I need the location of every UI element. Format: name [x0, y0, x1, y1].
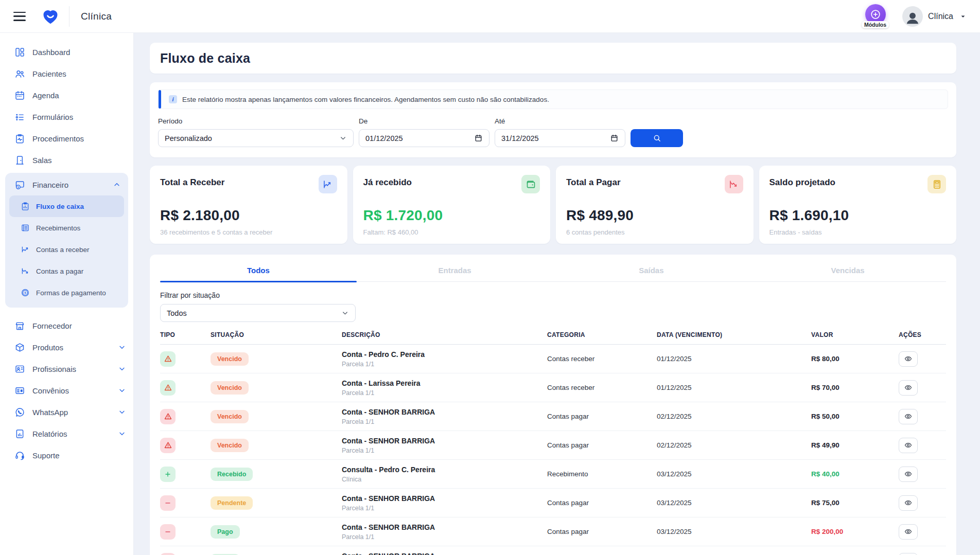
- sidebar-item-whatsapp[interactable]: WhatsApp: [0, 401, 133, 423]
- stat-title: Saldo projetado: [769, 175, 835, 188]
- calendar-icon: [14, 90, 25, 101]
- insurance-card-icon: [14, 385, 25, 396]
- dollar-coin-icon: $: [21, 288, 30, 297]
- sidebar-item-label: Formulários: [32, 113, 73, 121]
- type-plus-icon: [160, 467, 176, 482]
- receipts-list-icon: [21, 223, 30, 232]
- transactions-panel: Todos Entradas Saídas Vencidas Filtrar p…: [150, 255, 956, 555]
- row-subtitle: Parcela 1/1: [342, 533, 547, 541]
- situacao-select[interactable]: Todos: [160, 304, 356, 322]
- sidebar-item-contas-a-pagar[interactable]: Contas a pagar: [9, 260, 124, 282]
- sidebar-item-label: Salas: [32, 156, 52, 165]
- chevron-down-icon: [118, 343, 126, 351]
- table-row: Vencido Conta - SENHOR BARRIGAParcela 1/…: [160, 402, 946, 431]
- type-alert-icon: [160, 380, 176, 396]
- sidebar-item-formas-de-pagamento[interactable]: $ Formas de pagamento: [9, 282, 124, 303]
- sidebar-item-fluxo-de-caixa[interactable]: Fluxo de caixa: [9, 195, 124, 217]
- dashboard-icon: [14, 47, 25, 58]
- modules-button[interactable]: Módulos: [862, 4, 889, 28]
- row-subtitle: Parcela 1/1: [342, 447, 547, 454]
- patients-icon: [14, 68, 25, 79]
- sidebar-item-recebimentos[interactable]: Recebimentos: [9, 217, 124, 239]
- ate-date-input[interactable]: 31/12/2025: [495, 129, 625, 147]
- tab-vencidas[interactable]: Vencidas: [749, 262, 946, 281]
- status-badge: Pago: [211, 525, 240, 539]
- sidebar-item-relatorios[interactable]: Relatórios: [0, 423, 133, 444]
- view-button[interactable]: [899, 409, 918, 424]
- sidebar-item-suporte[interactable]: Suporte: [0, 444, 133, 466]
- sidebar-item-pacientes[interactable]: Pacientes: [0, 63, 133, 84]
- chevron-down-icon: [118, 408, 126, 416]
- search-button[interactable]: [631, 129, 683, 147]
- row-subtitle: Clínica: [342, 476, 547, 483]
- view-button[interactable]: [899, 524, 918, 540]
- sidebar-item-produtos[interactable]: Produtos: [0, 336, 133, 358]
- view-button[interactable]: [899, 467, 918, 482]
- sidebar-item-financeiro[interactable]: $ Financeiro: [5, 174, 128, 195]
- sidebar-item-contas-a-receber[interactable]: Contas a receber: [9, 239, 124, 260]
- tab-saidas[interactable]: Saídas: [553, 262, 750, 281]
- sidebar-item-dashboard[interactable]: Dashboard: [0, 41, 133, 63]
- calendar-icon: [474, 134, 483, 142]
- row-value: R$ 70,00: [811, 384, 899, 391]
- view-button[interactable]: [899, 351, 918, 367]
- row-date: 01/12/2025: [657, 355, 811, 363]
- sidebar-item-salas[interactable]: Salas: [0, 149, 133, 171]
- modules-label: Módulos: [862, 21, 889, 28]
- sidebar-item-formularios[interactable]: Formulários: [0, 106, 133, 128]
- header-divider: [69, 6, 69, 27]
- situacao-value: Todos: [167, 309, 341, 317]
- periodo-select[interactable]: Personalizado: [158, 129, 354, 147]
- stat-value: R$ 489,90: [566, 207, 743, 224]
- view-button[interactable]: [899, 495, 918, 511]
- de-value: 01/12/2025: [365, 134, 474, 142]
- type-alert-icon: [160, 351, 176, 367]
- menu-icon[interactable]: [13, 12, 26, 21]
- chevron-down-icon: [339, 134, 347, 142]
- row-title: Conta - SENHOR BARRIGA: [342, 494, 547, 503]
- stat-value: R$ 1.690,10: [769, 207, 947, 224]
- view-button[interactable]: [899, 380, 918, 396]
- chevron-down-icon: [959, 13, 967, 20]
- row-category: Contas pagar: [547, 413, 657, 420]
- stat-subtitle: Entradas - saídas: [769, 228, 947, 236]
- chevron-down-icon: [118, 365, 126, 373]
- headset-icon: [14, 450, 25, 461]
- id-card-icon: [14, 364, 25, 374]
- sidebar-item-procedimentos[interactable]: Procedimentos: [0, 128, 133, 149]
- status-badge: Vencido: [211, 381, 249, 395]
- sidebar-item-agenda[interactable]: Agenda: [0, 84, 133, 106]
- tab-entradas[interactable]: Entradas: [357, 262, 553, 281]
- sidebar-item-fornecedor[interactable]: Fornecedor: [0, 315, 133, 336]
- row-date: 03/12/2025: [657, 499, 811, 507]
- account-menu[interactable]: Clínica: [902, 6, 967, 27]
- view-button[interactable]: [899, 438, 918, 453]
- tab-todos[interactable]: Todos: [160, 262, 357, 281]
- de-date-input[interactable]: 01/12/2025: [359, 129, 489, 147]
- row-title: Conta - SENHOR BARRIGA: [342, 408, 547, 416]
- status-badge: Vencido: [211, 410, 249, 423]
- sidebar-item-profissionais[interactable]: Profissionais: [0, 358, 133, 380]
- sidebar-item-label: Profissionais: [32, 365, 76, 373]
- stat-subtitle: 36 recebimentos e 5 contas a receber: [160, 228, 337, 236]
- chevron-down-icon: [118, 386, 126, 395]
- row-date: 02/12/2025: [657, 441, 811, 449]
- view-button[interactable]: [899, 553, 918, 555]
- eye-icon: [904, 441, 913, 450]
- sidebar-item-label: WhatsApp: [32, 408, 68, 417]
- row-category: Contas pagar: [547, 528, 657, 535]
- sidebar-item-label: Contas a pagar: [36, 267, 83, 275]
- clipboard-pulse-icon: [14, 133, 25, 144]
- row-title: Consulta - Pedro C. Pereira: [342, 466, 547, 474]
- sidebar-item-label: Dashboard: [32, 48, 70, 57]
- row-subtitle: Parcela 1/1: [342, 361, 547, 368]
- type-minus-icon: [160, 495, 176, 511]
- row-title: Conta - SENHOR BARRIGA: [342, 437, 547, 445]
- table-row: Recebido Consulta - Pedro C. PereiraClín…: [160, 460, 946, 489]
- row-date: 03/12/2025: [657, 528, 811, 535]
- row-date: 01/12/2025: [657, 384, 811, 391]
- sidebar-item-convenios[interactable]: Convênios: [0, 380, 133, 401]
- stat-title: Total a Receber: [160, 175, 224, 188]
- row-value: R$ 75,00: [811, 499, 899, 507]
- wallet-icon: [521, 175, 540, 193]
